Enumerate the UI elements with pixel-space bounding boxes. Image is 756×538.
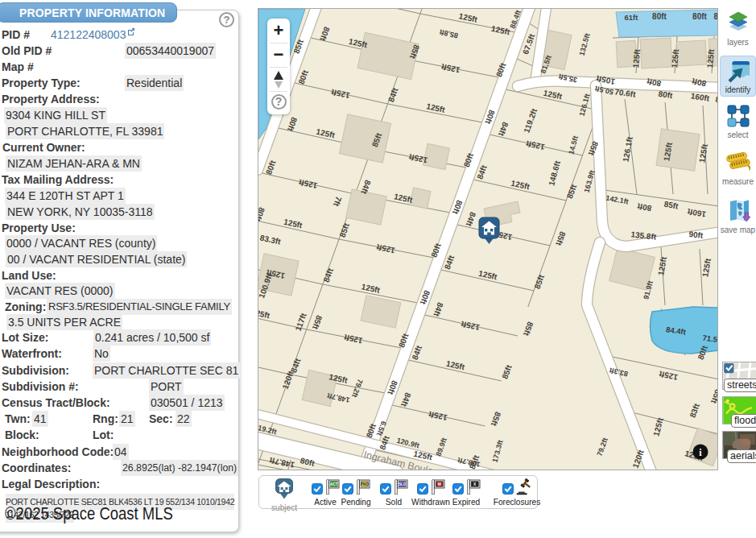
svg-text:80ft: 80ft — [692, 12, 707, 21]
svg-text:90ft: 90ft — [688, 230, 704, 240]
svg-text:80: 80 — [713, 12, 717, 21]
svg-text:125ft: 125ft — [631, 48, 642, 68]
svg-text:PND: PND — [360, 482, 369, 486]
svg-text:125ft: 125ft — [670, 48, 680, 68]
svg-text:80ft: 80ft — [652, 12, 667, 21]
svg-text:8: 8 — [715, 95, 717, 105]
svg-text:125ft: 125ft — [705, 48, 716, 68]
svg-text:61ft: 61ft — [625, 13, 639, 22]
